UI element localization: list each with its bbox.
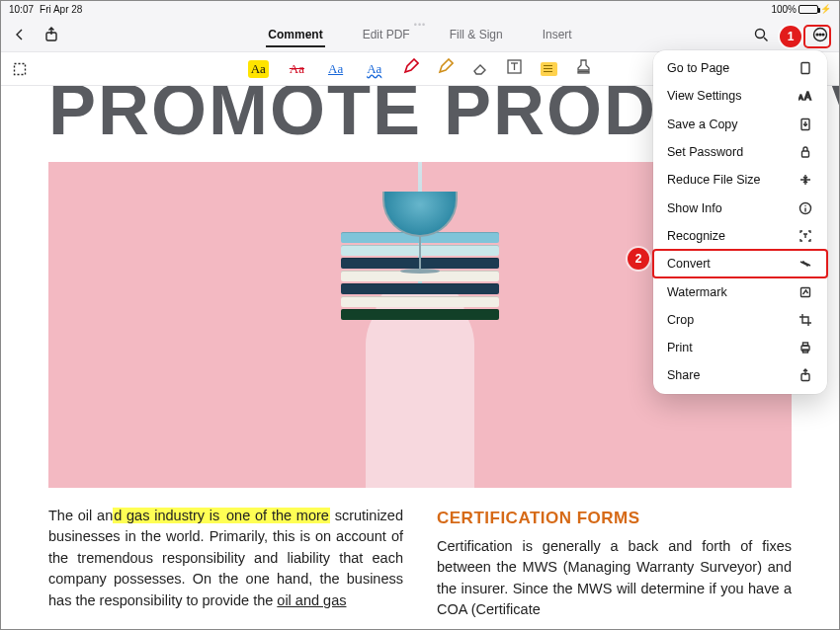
textbox-tool[interactable] [506, 58, 523, 79]
menu-label: Save a Copy [667, 118, 738, 131]
right-column: CERTIFICATION FORMS Certification is gen… [437, 506, 792, 621]
strikethrough-tool[interactable]: Aa [287, 60, 307, 78]
tab-edit-pdf[interactable]: Edit PDF [361, 22, 412, 47]
menu-label: Print [667, 341, 693, 354]
highlight-tool[interactable]: Aa [248, 60, 269, 78]
underline-tool[interactable]: Aa [325, 60, 346, 78]
marker-tool[interactable] [437, 58, 454, 79]
page-icon [798, 61, 813, 75]
svg-text:A: A [798, 94, 803, 101]
menu-label: Reduce File Size [667, 173, 761, 187]
text-size-icon: AA [798, 89, 813, 103]
lock-icon [798, 145, 813, 159]
svg-point-2 [756, 29, 765, 38]
ocr-icon [798, 229, 813, 243]
highlight-annotation[interactable]: d gas industry is [113, 508, 225, 523]
left-column: The oil and gas industry is one of the m… [48, 506, 403, 621]
callout-badge-2: 2 [628, 248, 649, 270]
battery-indicator: 100% ⚡ [771, 4, 831, 15]
tab-insert[interactable]: Insert [541, 22, 574, 47]
underline-annotation[interactable]: oil and gas [277, 592, 346, 608]
more-menu: Go to Page View Settings AA Save a Copy … [653, 50, 827, 394]
search-button[interactable] [752, 26, 770, 43]
svg-rect-11 [15, 63, 26, 74]
menu-item-view-settings[interactable]: View Settings AA [653, 82, 827, 110]
menu-label: Show Info [667, 201, 722, 215]
area-select-tool[interactable] [11, 60, 29, 78]
back-button[interactable] [11, 26, 29, 43]
menu-item-recognize[interactable]: Recognize [653, 222, 827, 250]
svg-text:A: A [804, 91, 811, 102]
menu-label: Share [667, 368, 700, 382]
section-heading: CERTIFICATION FORMS [437, 506, 792, 530]
compress-icon [798, 173, 813, 187]
menu-item-show-info[interactable]: Show Info [653, 194, 827, 221]
print-icon [798, 341, 813, 354]
body-text: The oil an [48, 508, 113, 523]
eraser-tool[interactable] [471, 58, 488, 79]
save-icon [798, 118, 813, 131]
status-date: Fri Apr 28 [40, 4, 82, 15]
svg-rect-20 [802, 151, 809, 157]
sticky-note-tool[interactable] [541, 62, 557, 76]
share-top-button[interactable] [42, 26, 60, 43]
menu-item-share[interactable]: Share [653, 361, 827, 389]
svg-rect-15 [578, 72, 589, 74]
menu-label: Crop [667, 313, 694, 327]
pencil-tool[interactable] [402, 58, 419, 79]
menu-item-goto-page[interactable]: Go to Page [653, 54, 827, 82]
share-icon [798, 368, 813, 382]
convert-icon [798, 257, 813, 271]
squiggly-tool[interactable]: Aa [364, 60, 384, 78]
charging-icon: ⚡ [820, 4, 831, 14]
stamp-tool[interactable] [575, 58, 592, 79]
menu-label: Convert [667, 257, 711, 271]
watermark-icon [798, 285, 813, 299]
drag-handle-icon: ••• [414, 20, 426, 30]
highlight-annotation[interactable]: one of the more [225, 508, 330, 523]
menu-item-watermark[interactable]: Watermark [653, 277, 827, 305]
status-time: 10:07 [9, 4, 34, 15]
menu-label: Go to Page [667, 61, 729, 75]
tab-comment[interactable]: Comment [266, 22, 324, 47]
callout-badge-1: 1 [780, 26, 801, 47]
menu-item-print[interactable]: Print [653, 334, 827, 361]
svg-rect-23 [801, 287, 810, 296]
svg-point-22 [804, 204, 805, 205]
menu-label: Recognize [667, 229, 725, 243]
info-icon [798, 201, 813, 215]
top-nav: ••• Comment Edit PDF Fill & Sign Insert [1, 17, 839, 52]
svg-rect-25 [803, 343, 808, 346]
crop-icon [798, 313, 813, 327]
menu-label: Watermark [667, 285, 727, 299]
menu-label: View Settings [667, 89, 742, 103]
svg-rect-16 [801, 63, 809, 74]
status-bar: 10:07 Fri Apr 28 100% ⚡ [1, 1, 839, 17]
body-text: Certification is generally a back and fo… [437, 538, 792, 617]
menu-item-save-copy[interactable]: Save a Copy [653, 111, 827, 138]
tab-fill-sign[interactable]: Fill & Sign [448, 22, 505, 47]
callout-highlight-more-button [803, 25, 831, 48]
battery-percent: 100% [771, 4, 797, 15]
menu-item-crop[interactable]: Crop [653, 306, 827, 334]
menu-item-reduce-size[interactable]: Reduce File Size [653, 166, 827, 194]
menu-item-convert[interactable]: Convert [653, 250, 827, 277]
menu-item-set-password[interactable]: Set Password [653, 138, 827, 166]
menu-label: Set Password [667, 145, 743, 159]
